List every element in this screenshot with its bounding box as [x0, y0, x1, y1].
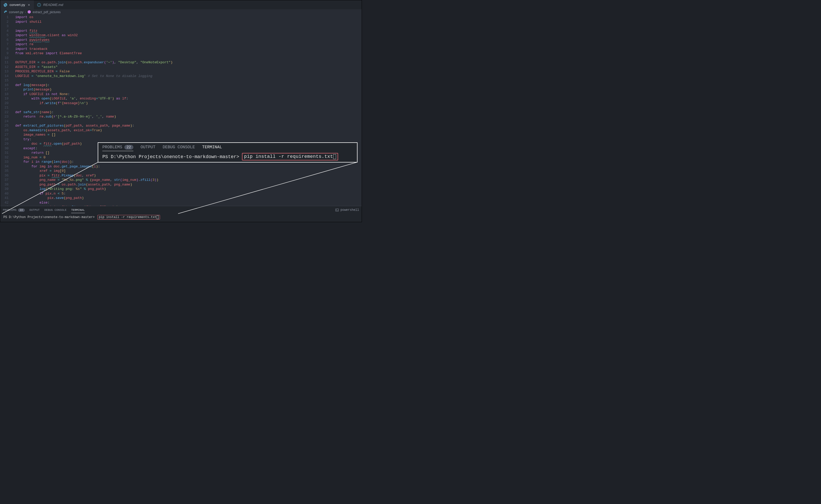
line-number-gutter: 1234567891011121314151617181920212223242… [0, 15, 13, 214]
line-number: 22 [0, 110, 9, 115]
code-line[interactable]: import re [15, 42, 361, 47]
code-line[interactable]: if LOGFILE is not None: [15, 92, 361, 97]
code-line[interactable]: pix.save(png_path) [15, 196, 361, 200]
problems-label: PROBLEMS [3, 208, 17, 212]
breadcrumb-symbol[interactable]: extract_pdf_pictures [33, 10, 60, 14]
breadcrumb[interactable]: convert.py › extract_pdf_pictures [0, 9, 361, 15]
tab-label: convert.py [10, 3, 25, 7]
editor[interactable]: 1234567891011121314151617181920212223242… [0, 15, 361, 214]
problems-count-badge: 22 [18, 208, 25, 212]
tab-convert-py[interactable]: convert.py [0, 0, 34, 9]
svg-rect-1 [39, 5, 39, 6]
code-line[interactable]: image_names = [] [15, 133, 361, 137]
code-line[interactable]: lf.write(f'{message}\n') [15, 101, 361, 106]
panel-tabs: PROBLEMS 22 OUTPUT DEBUG CONSOLE TERMINA… [0, 206, 361, 214]
code-line[interactable]: import shutil [15, 20, 361, 24]
line-number: 16 [0, 83, 9, 88]
code-line[interactable]: png_name = "%s_%s.png" % (page_name, str… [15, 178, 361, 182]
code-line[interactable]: with open(LOGFILE, 'a', encoding='UTF-8'… [15, 96, 361, 101]
code-line[interactable]: return re.sub(r'[^.a-zA-Z0-9п-я]', '_', … [15, 114, 361, 119]
code-line[interactable]: LOGFILE = 'onenote_to_markdown.log' # Se… [15, 74, 361, 79]
tab-bar: convert.py README.md [0, 0, 361, 9]
line-number: 28 [0, 137, 9, 142]
line-number: 8 [0, 47, 9, 51]
tab-readme[interactable]: README.md [34, 0, 66, 9]
code-line[interactable]: for img in doc.get_page_images(i): [15, 164, 361, 169]
code-line[interactable] [15, 56, 361, 60]
tab-terminal[interactable]: TERMINAL [71, 208, 85, 212]
line-number: 26 [0, 128, 9, 133]
line-number: 31 [0, 151, 9, 155]
zoom-inset: PROBLEMS 22 OUTPUT DEBUG CONSOLE TERMINA… [98, 142, 357, 162]
code-line[interactable]: PROCESS_RECYCLE_BIN = False [15, 69, 361, 74]
code-line[interactable]: def log(message): [15, 83, 361, 88]
line-number: 36 [0, 173, 9, 178]
line-number: 21 [0, 105, 9, 110]
terminal-line[interactable]: PS D:\Python Projects\onenote-to-markdow… [0, 214, 361, 220]
line-number: 4 [0, 29, 9, 33]
close-tab-icon[interactable] [27, 3, 31, 7]
terminal-command[interactable]: pip install -r requirements.txt [97, 215, 160, 220]
line-number: 24 [0, 119, 9, 124]
code-content[interactable]: import osimport shutilimport fitzimport … [15, 15, 361, 214]
line-number: 25 [0, 123, 9, 128]
line-number: 33 [0, 160, 9, 164]
code-line[interactable]: OUTPUT_DIR = os.path.join(os.path.expand… [15, 60, 361, 65]
zoom-terminal-line: PS D:\Python Projects\onenote-to-markdow… [98, 151, 357, 162]
code-line[interactable] [15, 24, 361, 29]
line-number: 10 [0, 56, 9, 60]
code-line[interactable] [15, 78, 361, 83]
bottom-panel: PROBLEMS 22 OUTPUT DEBUG CONSOLE TERMINA… [0, 206, 361, 222]
zoom-terminal-prompt: PS D:\Python Projects\onenote-to-markdow… [102, 154, 239, 159]
code-line[interactable]: def extract_pdf_pictures(pdf_path, asset… [15, 123, 361, 128]
code-line[interactable]: import fitz [15, 29, 361, 33]
code-line[interactable]: from xml.etree import ElementTree [15, 51, 361, 56]
code-line[interactable]: import os [15, 15, 361, 20]
code-line[interactable]: try: [15, 137, 361, 142]
line-number: 29 [0, 142, 9, 146]
zoom-problems-badge: 22 [124, 145, 133, 150]
zoom-tab-problems[interactable]: PROBLEMS 22 [102, 145, 133, 150]
zoom-tab-output[interactable]: OUTPUT [141, 145, 156, 150]
cursor-icon [333, 154, 336, 159]
tab-output[interactable]: OUTPUT [29, 208, 40, 212]
code-line[interactable]: import pywintypes [15, 38, 361, 42]
code-line[interactable]: import win32com.client as win32 [15, 33, 361, 38]
code-line[interactable] [15, 105, 361, 110]
code-line[interactable]: if pix.n < 5: [15, 191, 361, 196]
tab-debug-console[interactable]: DEBUG CONSOLE [44, 208, 66, 212]
info-file-icon [37, 3, 41, 7]
code-line[interactable]: else: [15, 200, 361, 205]
zoom-terminal-command: pip install -r requirements.txt [242, 153, 338, 160]
code-line[interactable]: ASSETS_DIR = "assets" [15, 65, 361, 69]
shell-name: powershell [340, 208, 359, 212]
breadcrumb-file[interactable]: convert.py [9, 10, 23, 14]
zoom-tab-terminal[interactable]: TERMINAL [202, 145, 222, 150]
line-number: 15 [0, 78, 9, 83]
line-number: 7 [0, 42, 9, 47]
code-line[interactable]: def safe_str(name): [15, 110, 361, 115]
line-number: 37 [0, 178, 9, 182]
line-number: 41 [0, 196, 9, 200]
line-number: 34 [0, 164, 9, 169]
line-number: 14 [0, 74, 9, 79]
line-number: 38 [0, 182, 9, 187]
code-line[interactable]: os.makedirs(assets_path, exist_ok=True) [15, 128, 361, 133]
line-number: 40 [0, 191, 9, 196]
code-line[interactable]: pix = fitz.Pixmap(doc, xref) [15, 173, 361, 178]
line-number: 2 [0, 20, 9, 24]
line-number: 42 [0, 200, 9, 205]
terminal-shell-selector[interactable]: powershell [335, 208, 359, 212]
code-line[interactable]: log("Writing png: %s" % png_path) [15, 187, 361, 191]
code-line[interactable]: print(message) [15, 87, 361, 92]
code-line[interactable] [15, 119, 361, 124]
line-number: 1 [0, 15, 9, 20]
code-line[interactable]: xref = img[0] [15, 169, 361, 173]
line-number: 23 [0, 114, 9, 119]
code-line[interactable]: png_path = os.path.join(assets_path, png… [15, 182, 361, 187]
terminal-prompt: PS D:\Python Projects\onenote-to-markdow… [3, 215, 95, 219]
code-line[interactable]: import traceback [15, 47, 361, 51]
zoom-tab-debug[interactable]: DEBUG CONSOLE [163, 145, 195, 150]
line-number: 30 [0, 146, 9, 151]
tab-problems[interactable]: PROBLEMS 22 [3, 208, 25, 212]
